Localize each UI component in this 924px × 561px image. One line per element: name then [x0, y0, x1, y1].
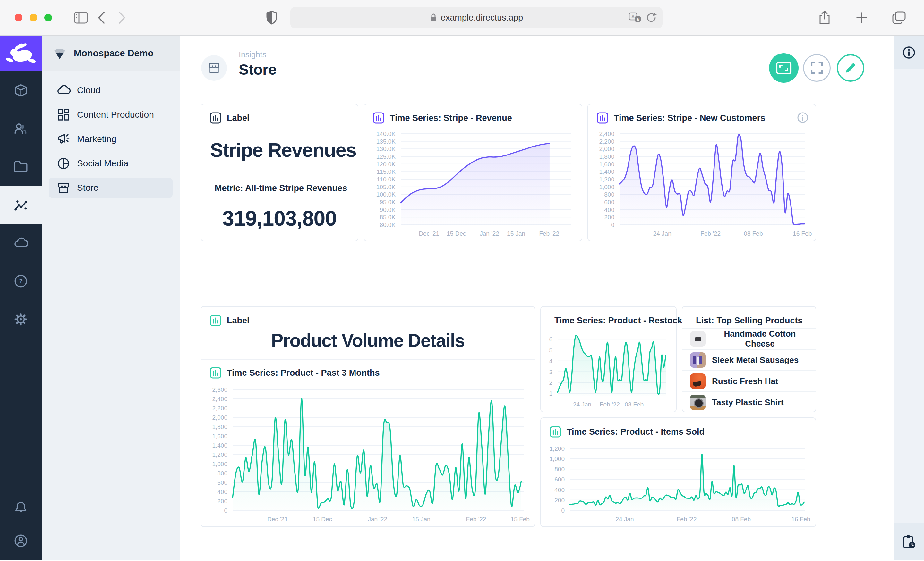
- forward-button[interactable]: [112, 7, 132, 28]
- info-icon: [902, 45, 916, 60]
- module-files[interactable]: [0, 147, 42, 186]
- svg-text:400: 400: [217, 489, 228, 495]
- minimize-window-button[interactable]: [30, 14, 37, 21]
- svg-text:15 Dec: 15 Dec: [313, 516, 332, 522]
- svg-text:2: 2: [549, 379, 552, 386]
- stripe-revenue-chart: 80.0K85.0K90.0K95.0K100.0K105.0K110.0K11…: [366, 129, 578, 239]
- page-title: Store: [239, 61, 276, 78]
- right-sidebar: [894, 36, 924, 560]
- product-name: Rustic Fresh Hat: [712, 376, 778, 386]
- nav-item-content-production[interactable]: Content Production: [49, 105, 172, 125]
- bell-icon: [14, 500, 28, 515]
- dashboard-grid-icon: [57, 108, 70, 122]
- user-menu-button[interactable]: [0, 527, 42, 555]
- list-item[interactable]: Sleek Metal Sausages: [682, 349, 816, 370]
- label-panel-icon: [210, 314, 222, 327]
- nav-item-marketing[interactable]: Marketing: [49, 129, 172, 150]
- project-switcher[interactable]: Monospace Demo: [42, 36, 180, 71]
- panel-top-selling-products: List: Top Selling Products Handmade Cott…: [682, 306, 816, 412]
- module-insights[interactable]: [0, 186, 42, 224]
- close-window-button[interactable]: [15, 14, 22, 21]
- sidebar-toggle-button[interactable]: [70, 7, 91, 28]
- chevron-right-icon: [118, 11, 126, 24]
- edit-dashboard-button[interactable]: [837, 54, 864, 82]
- back-button[interactable]: [91, 7, 112, 28]
- svg-text:105.0K: 105.0K: [376, 184, 396, 190]
- fit-view-button[interactable]: [769, 53, 798, 83]
- svg-text:2,200: 2,200: [212, 405, 228, 411]
- module-users[interactable]: [0, 109, 42, 147]
- project-name: Monospace Demo: [74, 48, 153, 59]
- list-item[interactable]: Handmade Cotton Cheese: [682, 328, 816, 349]
- sidebar-toggle-icon: [74, 12, 88, 24]
- nav-sidebar: Monospace Demo Cloud Content Production …: [42, 36, 180, 560]
- svg-text:1,000: 1,000: [599, 184, 614, 190]
- fit-view-icon: [776, 61, 792, 75]
- activity-log-icon: [901, 534, 916, 549]
- list-item[interactable]: Rustic Fresh Hat: [682, 370, 816, 391]
- list-item[interactable]: Tasty Plastic Shirt: [682, 391, 816, 413]
- activity-log-button[interactable]: [894, 523, 924, 560]
- fullscreen-icon: [810, 61, 824, 75]
- svg-text:?: ?: [19, 277, 23, 285]
- svg-text:1,800: 1,800: [599, 153, 614, 160]
- divider: [201, 359, 534, 360]
- metric-value: 319,103,800: [201, 206, 358, 230]
- module-cloud[interactable]: [0, 224, 42, 262]
- chart-title: Time Series: Stripe - New Customers: [614, 113, 765, 123]
- nav-item-cloud[interactable]: Cloud: [49, 80, 172, 101]
- project-signal-icon: [52, 47, 67, 60]
- svg-text:1,800: 1,800: [212, 423, 228, 430]
- svg-text:200: 200: [554, 497, 565, 504]
- users-icon: [14, 121, 28, 136]
- panel-new-customers-chart: Time Series: Stripe - New Customers 0200…: [588, 103, 816, 241]
- svg-text:1,400: 1,400: [212, 442, 228, 449]
- reload-icon[interactable]: [646, 12, 657, 23]
- svg-text:08 Feb: 08 Feb: [732, 516, 751, 522]
- svg-text:95.0K: 95.0K: [380, 199, 396, 205]
- fullscreen-button[interactable]: [803, 54, 831, 82]
- time-series-icon: [596, 112, 609, 124]
- svg-text:1,400: 1,400: [599, 168, 614, 175]
- module-help[interactable]: ?: [0, 262, 42, 300]
- storefront-icon: [57, 181, 70, 195]
- plus-icon: [856, 12, 867, 23]
- svg-text:90.0K: 90.0K: [380, 206, 396, 213]
- gear-icon: [14, 312, 28, 327]
- svg-text:15 Jan: 15 Jan: [412, 516, 430, 522]
- svg-text:1,200: 1,200: [549, 445, 565, 452]
- svg-text:3: 3: [549, 369, 552, 375]
- nav-item-social-media[interactable]: Social Media: [49, 153, 172, 174]
- panel-info-button[interactable]: [797, 112, 808, 124]
- nav-item-store[interactable]: Store: [49, 178, 172, 198]
- new-tab-button[interactable]: [852, 7, 872, 28]
- svg-text:2,400: 2,400: [599, 130, 614, 137]
- directus-logo[interactable]: [0, 36, 42, 71]
- help-icon: ?: [14, 274, 28, 289]
- restocks-chart: 12345624 JanFeb '2208 Feb: [543, 329, 672, 410]
- translate-icon[interactable]: Aa: [628, 12, 641, 23]
- box-icon: [14, 83, 28, 98]
- panel-heading-text: Label: [227, 316, 250, 326]
- url-bar[interactable]: example.directus.app Aa: [290, 7, 663, 28]
- notifications-button[interactable]: [0, 494, 42, 521]
- panel-stripe-label-metric: Label Stripe Revenues Metric: All-time S…: [201, 103, 358, 241]
- svg-text:a: a: [637, 17, 639, 21]
- breadcrumb-insights[interactable]: Insights: [239, 50, 266, 59]
- user-circle-icon: [14, 533, 28, 548]
- module-settings[interactable]: [0, 300, 42, 338]
- module-content[interactable]: [0, 71, 42, 109]
- svg-text:1,200: 1,200: [599, 176, 614, 183]
- window-controls: [15, 14, 52, 21]
- new-customers-chart: 02004006008001,0001,2001,4001,6001,8002,…: [590, 129, 812, 239]
- svg-text:Feb '22: Feb '22: [700, 230, 721, 237]
- zoom-window-button[interactable]: [44, 14, 52, 21]
- tab-overview-button[interactable]: [889, 7, 909, 28]
- svg-text:1,600: 1,600: [212, 433, 228, 440]
- url-text: example.directus.app: [441, 13, 523, 23]
- info-sidebar-button[interactable]: [894, 36, 924, 69]
- share-button[interactable]: [814, 7, 835, 28]
- privacy-shield-button[interactable]: [261, 7, 282, 28]
- svg-text:85.0K: 85.0K: [380, 214, 396, 221]
- nav-item-label: Marketing: [77, 134, 117, 144]
